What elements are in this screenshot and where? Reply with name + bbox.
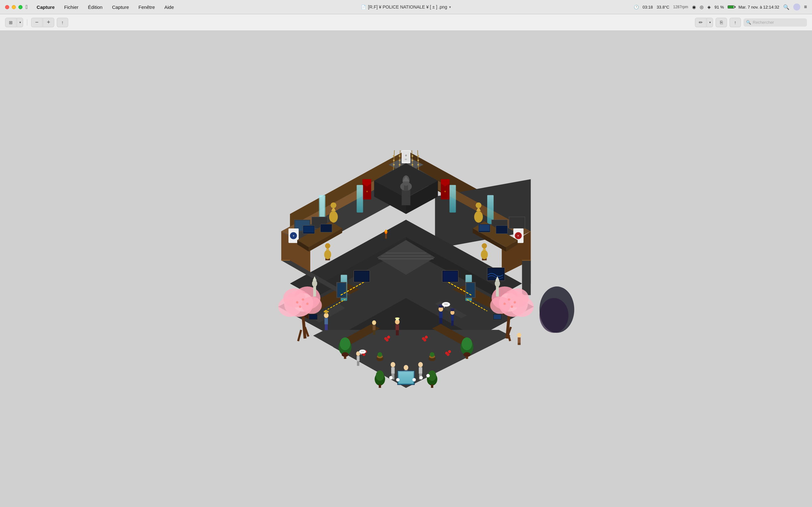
traffic-lights [5, 5, 22, 9]
annotate-group: ✏ ▾ [695, 18, 713, 27]
svg-rect-80 [496, 225, 508, 233]
svg-point-55 [329, 211, 338, 223]
copy-button[interactable]: ⎘ [716, 18, 727, 27]
svg-point-265 [361, 351, 362, 352]
menu-fichier[interactable]: Fichier [62, 4, 80, 10]
svg-point-272 [404, 365, 409, 370]
svg-point-25 [399, 159, 400, 161]
temp-status: 33.8°C [657, 5, 669, 9]
svg-rect-242 [441, 318, 443, 323]
menu-capture2[interactable]: Capture [110, 4, 131, 10]
svg-point-30 [417, 155, 419, 157]
app-window:  Capture Fichier Édition Capture Fenêtr… [0, 0, 812, 507]
annotate-chevron-button[interactable]: ▾ [707, 18, 713, 27]
svg-rect-285 [379, 384, 381, 388]
minimize-button[interactable] [12, 5, 16, 9]
menubar-left:  Capture Fichier Édition Capture Fenêtr… [26, 4, 176, 10]
svg-rect-225 [325, 324, 326, 330]
svg-rect-77 [320, 224, 332, 232]
zoom-in-button[interactable]: + [43, 18, 54, 27]
svg-point-219 [503, 302, 506, 305]
zoom-out-button[interactable]: − [31, 18, 43, 27]
svg-point-28 [411, 159, 413, 161]
svg-rect-156 [354, 271, 369, 281]
menu-fenetre[interactable]: Fenêtre [137, 4, 157, 10]
svg-rect-288 [431, 384, 433, 388]
wifi-icon: ◎ [700, 4, 704, 9]
zoom-in-icon: + [47, 19, 50, 26]
svg-point-31 [417, 159, 419, 161]
svg-point-314 [482, 243, 487, 248]
svg-point-312 [481, 250, 488, 259]
svg-rect-304 [494, 314, 501, 319]
spotlight-icon[interactable]: 🔍 [783, 4, 790, 10]
svg-point-57 [331, 202, 336, 208]
svg-point-185 [386, 338, 389, 341]
view-toggle-button[interactable]: ⊞ [5, 18, 16, 27]
clock-icon: 🕐 [634, 5, 639, 9]
svg-rect-251 [451, 315, 454, 320]
svg-point-216 [490, 296, 510, 314]
menu-aide[interactable]: Aide [162, 4, 176, 10]
menu-edition[interactable]: Édition [86, 4, 104, 10]
svg-point-218 [508, 298, 510, 300]
image-viewer[interactable]: ⚜ ⚜ [0, 31, 812, 507]
notification-icon: ◉ [692, 4, 696, 9]
apple-logo-icon[interactable]:  [26, 4, 28, 10]
svg-text:RF: RF [405, 158, 407, 160]
svg-point-204 [296, 301, 298, 303]
svg-rect-232 [374, 330, 375, 335]
svg-rect-76 [304, 226, 314, 232]
view-chevron-button[interactable]: ▾ [17, 18, 23, 27]
svg-rect-158 [443, 271, 458, 281]
svg-point-238 [395, 317, 400, 319]
svg-point-21 [393, 155, 395, 157]
svg-rect-262 [358, 361, 359, 366]
svg-text:⚜: ⚜ [517, 234, 519, 237]
annotate-button[interactable]: ✏ [695, 18, 706, 27]
toolbar-sep-1 [27, 19, 27, 26]
svg-point-247 [444, 303, 446, 304]
svg-rect-269 [391, 367, 395, 374]
svg-point-249 [447, 303, 448, 304]
view-toggle-icon: ⊞ [9, 20, 13, 25]
svg-rect-226 [326, 324, 328, 330]
share-icon: ↑ [61, 20, 64, 25]
habbo-room-image: ⚜ ⚜ [216, 150, 596, 388]
svg-rect-230 [373, 325, 375, 330]
filename: [R.F] ¥ POLICE NATIONALE ¥ [ ± ] .png [368, 4, 447, 9]
share-button[interactable]: ↑ [57, 18, 68, 27]
upload-button[interactable]: ↑ [729, 18, 741, 27]
svg-point-308 [324, 250, 331, 259]
close-button[interactable] [5, 5, 9, 9]
svg-rect-236 [397, 330, 399, 335]
svg-point-228 [323, 310, 328, 313]
search-box[interactable]: 🔍 Rechercher [744, 18, 807, 26]
svg-text:⚜: ⚜ [444, 190, 446, 193]
svg-rect-277 [419, 367, 422, 374]
svg-point-217 [513, 301, 516, 303]
svg-rect-258 [518, 343, 520, 345]
svg-text:⚜: ⚜ [293, 234, 295, 237]
svg-point-181 [448, 350, 451, 353]
svg-point-170 [340, 337, 350, 350]
menubar-right: 🕐 03:18 33.8°C 1287rpm ◉ ◎ ◈ 91 % Mar. 7… [634, 3, 807, 10]
filename-chevron-icon[interactable]: ▾ [449, 5, 451, 9]
svg-rect-241 [439, 318, 441, 323]
svg-point-174 [462, 337, 472, 350]
menu-capture[interactable]: Capture [35, 4, 57, 10]
zoom-out-icon: − [35, 19, 39, 26]
control-center-icon[interactable]: ≡ [804, 4, 807, 10]
svg-point-172 [342, 352, 349, 357]
svg-point-293 [419, 376, 423, 379]
svg-point-24 [399, 155, 400, 157]
svg-text:⚜: ⚜ [405, 154, 407, 157]
rpm-status: 1287rpm [673, 5, 688, 9]
svg-point-203 [302, 296, 322, 314]
svg-point-222 [540, 298, 568, 333]
view-toggle-group: ⊞ ▾ [5, 18, 23, 27]
search-placeholder: Rechercher [753, 20, 774, 25]
svg-rect-54 [509, 217, 525, 228]
svg-point-310 [325, 243, 330, 248]
maximize-button[interactable] [18, 5, 22, 9]
